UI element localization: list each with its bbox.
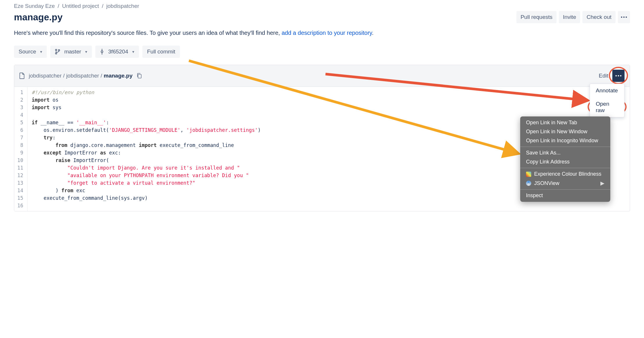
extension-icon (526, 181, 531, 186)
line-number: 13 (17, 179, 23, 187)
crumb-repo[interactable]: jobdispatcher (106, 3, 139, 9)
svg-point-12 (620, 75, 622, 77)
more-actions-button[interactable] (618, 11, 630, 23)
path-sep: / (101, 73, 104, 79)
code-line (32, 202, 261, 209)
more-horizontal-icon (621, 16, 627, 18)
code-line: if __name__ == '__main__': (32, 119, 261, 126)
invite-button[interactable]: Invite (559, 11, 580, 23)
code-line: import sys (32, 104, 261, 111)
code-line: "available on your PYTHONPATH environmen… (32, 172, 261, 179)
ctx-ext-colour-blindness[interactable]: Experience Colour Blindness (520, 170, 610, 179)
repo-description: Here's where you'll find this repository… (14, 30, 630, 36)
ctx-open-new-window[interactable]: Open Link in New Window (520, 127, 610, 136)
path-sep: / (63, 73, 66, 79)
svg-point-11 (618, 75, 619, 77)
line-number: 2 (17, 96, 23, 104)
line-number: 1 (17, 89, 23, 96)
file-icon (19, 73, 25, 79)
code-line: raise ImportError( (32, 157, 261, 164)
code-line: #!/usr/bin/env python (32, 89, 261, 96)
branch-selector[interactable]: master ▾ (50, 46, 92, 58)
line-number: 6 (17, 126, 23, 134)
annotate-menu-item[interactable]: Annotate (590, 84, 624, 97)
ctx-open-incognito[interactable]: Open Link in Incognito Window (520, 136, 610, 145)
line-number: 16 (17, 202, 23, 209)
header-actions: Pull requests Invite Check out (516, 11, 630, 23)
svg-point-7 (101, 51, 103, 53)
ctx-open-new-tab[interactable]: Open Link in New Tab (520, 118, 610, 127)
crumb-sep-icon: / (102, 3, 103, 9)
file-more-dropdown: Annotate Open raw (590, 84, 625, 117)
file-more-button[interactable] (612, 70, 625, 82)
source-selector[interactable]: Source ▾ (14, 46, 47, 58)
line-number-gutter: 12345678910111213141516 (14, 87, 28, 211)
ctx-copy-link-address[interactable]: Copy Link Address (520, 157, 610, 166)
description-after: . (372, 30, 374, 36)
open-raw-menu-item[interactable]: Open raw (590, 97, 624, 117)
line-number: 8 (17, 141, 23, 149)
code-line: except ImportError as exc: (32, 149, 261, 157)
submenu-arrow-icon: ▶ (600, 180, 604, 186)
crumb-project[interactable]: Untitled project (62, 3, 99, 9)
svg-point-4 (56, 53, 57, 54)
line-number: 9 (17, 149, 23, 157)
line-number: 7 (17, 134, 23, 141)
ctx-separator (520, 147, 610, 147)
copy-icon[interactable] (137, 73, 142, 79)
svg-rect-9 (138, 74, 141, 78)
breadcrumbs: Eze Sunday Eze / Untitled project / jobd… (14, 3, 630, 9)
code-line (32, 111, 261, 119)
code-line: execute_from_command_line(sys.argv) (32, 194, 261, 202)
code-line: from django.core.management import execu… (32, 141, 261, 149)
more-horizontal-icon (615, 75, 622, 77)
chevron-down-icon: ▾ (40, 49, 42, 54)
code-line: "Couldn't import Django. Are you sure it… (32, 164, 261, 172)
chevron-down-icon: ▾ (132, 49, 134, 54)
code-line: try: (32, 134, 261, 141)
line-number: 12 (17, 172, 23, 179)
check-out-button[interactable]: Check out (582, 11, 616, 23)
pull-requests-button[interactable]: Pull requests (516, 11, 557, 23)
file-header: jobdispatcher / jobdispatcher / manage.p… (14, 65, 630, 87)
branch-selector-label: master (64, 48, 81, 55)
code-line: import os (32, 96, 261, 104)
page-title: manage.py (14, 12, 62, 23)
crumb-owner[interactable]: Eze Sunday Eze (14, 3, 55, 9)
commit-icon (100, 49, 104, 55)
code-line: "forget to activate a virtual environmen… (32, 179, 261, 187)
ctx-save-link-as[interactable]: Save Link As... (520, 148, 610, 157)
svg-point-0 (621, 17, 622, 18)
svg-point-1 (623, 17, 625, 18)
commit-selector[interactable]: 3f65204 ▾ (95, 46, 139, 58)
file-path-seg-1[interactable]: jobdispatcher (66, 73, 99, 79)
line-number: 3 (17, 104, 23, 111)
add-description-link[interactable]: add a description to your repository (282, 30, 372, 36)
ctx-separator (520, 189, 610, 190)
crumb-sep-icon: / (58, 3, 59, 9)
ctx-ext-jsonview[interactable]: JSONView ▶ (520, 179, 610, 188)
svg-point-2 (626, 17, 627, 18)
line-number: 5 (17, 119, 23, 126)
browser-context-menu: Open Link in New Tab Open Link in New Wi… (520, 116, 610, 202)
description-text: Here's where you'll find this repository… (14, 30, 282, 36)
svg-point-5 (58, 50, 60, 51)
code-line: os.environ.setdefault('DJANGO_SETTINGS_M… (32, 126, 261, 134)
source-selector-label: Source (19, 48, 36, 55)
branch-icon (55, 49, 60, 55)
full-commit-button[interactable]: Full commit (142, 46, 180, 58)
line-number: 10 (17, 157, 23, 164)
commit-selector-label: 3f65204 (108, 48, 128, 55)
file-path-seg-2: manage.py (104, 73, 133, 79)
chevron-down-icon: ▾ (85, 49, 87, 54)
svg-point-10 (616, 75, 617, 77)
svg-point-3 (56, 49, 57, 51)
code-line: ) from exc (32, 187, 261, 194)
ctx-inspect[interactable]: Inspect (520, 191, 610, 200)
code-block: #!/usr/bin/env pythonimport osimport sys… (28, 87, 265, 211)
line-number: 4 (17, 111, 23, 119)
file-path: jobdispatcher / jobdispatcher / manage.p… (29, 73, 133, 79)
edit-button[interactable]: Edit (599, 73, 608, 79)
file-path-seg-0[interactable]: jobdispatcher (29, 73, 62, 79)
line-number: 11 (17, 164, 23, 172)
